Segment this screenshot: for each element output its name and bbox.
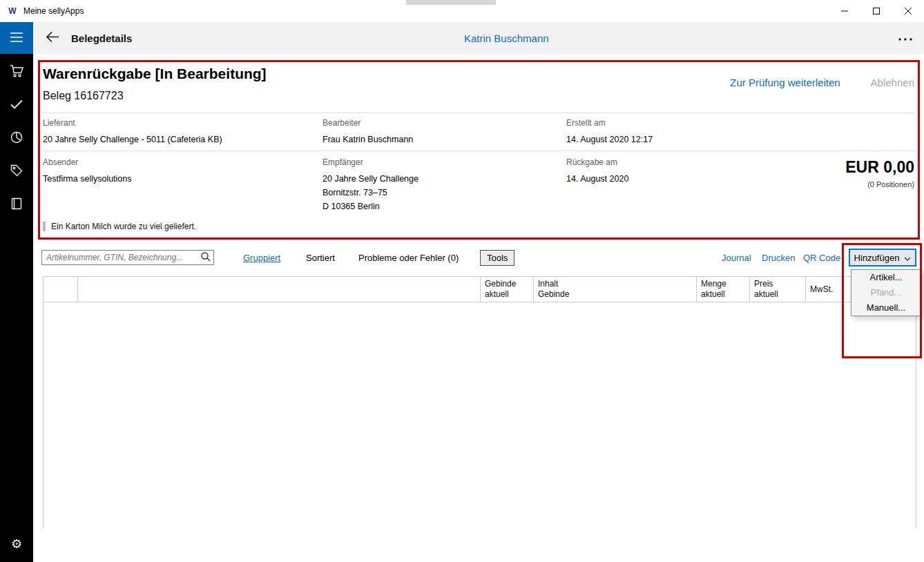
field-value: 20 Jahre Selly Challenge - 5011 (Cafeter… [43, 133, 222, 146]
header-line: Preis [754, 279, 801, 289]
sidebar-item-tasks[interactable] [0, 88, 33, 122]
main-content: Warenrückgabe [In Bearbeitung] Beleg 161… [33, 54, 924, 562]
field-bearbeiter: Bearbeiter Frau Katrin Buschmann [323, 118, 413, 146]
field-rueckgabe-am: Rückgabe am 14. August 2020 [566, 157, 628, 186]
check-icon [10, 99, 23, 111]
cart-icon [10, 65, 23, 79]
address-line: Bornitzstr. 73–75 [323, 186, 418, 200]
back-button[interactable] [42, 31, 63, 45]
document-number: Beleg 16167723 [43, 90, 124, 102]
tag-icon [10, 164, 23, 179]
field-value: Testfirma sellysolutions [43, 172, 132, 186]
more-options-button[interactable] [898, 33, 913, 43]
page-title: Belegdetails [71, 32, 132, 44]
pie-chart-icon [10, 131, 23, 146]
close-button[interactable] [892, 0, 924, 22]
table-header-mwst: MwSt. [806, 277, 857, 302]
app-window: W Meine sellyApps [0, 0, 924, 562]
document-actions: Zur Prüfung weiterleiten Ablehnen [730, 77, 914, 88]
menu-button[interactable] [0, 22, 33, 54]
window-title: Meine sellyApps [23, 6, 84, 16]
hinzufuegen-dropdown-menu: Artikel... Pfand... Manuell... [851, 269, 921, 316]
positions-count: (0 Positionen) [845, 180, 914, 188]
tools-button[interactable]: Tools [480, 250, 514, 266]
forward-for-review-button[interactable]: Zur Prüfung weiterleiten [730, 77, 840, 88]
field-label: Absender [43, 157, 132, 167]
more-icon [898, 33, 913, 43]
document-total: EUR 0,00 (0 Positionen) [845, 158, 914, 188]
header-line: MwSt. [810, 284, 852, 295]
field-label: Empfänger [323, 157, 418, 167]
positions-table: Gebinde aktuell Inhalt Gebinde Menge akt… [43, 276, 916, 528]
table-body-empty [44, 302, 916, 528]
table-header-bezeichnung [78, 277, 481, 302]
sidebar-nav: ⚙ [0, 54, 33, 562]
window-controls [829, 0, 924, 22]
note-marker [43, 222, 46, 231]
table-header-gebinde-aktuell: Gebinde aktuell [481, 277, 534, 302]
search-box [41, 250, 214, 265]
header-line: Gebinde [485, 279, 529, 289]
header-line: aktuell [754, 289, 801, 300]
search-button[interactable] [198, 252, 213, 264]
user-name-link[interactable]: Katrin Buschmann [464, 22, 549, 54]
hinzufuegen-dropdown-button[interactable]: Hinzufügen [849, 249, 916, 267]
tab-sortiert[interactable]: Sortiert [306, 253, 335, 263]
tab-probleme-oder-fehler[interactable]: Probleme oder Fehler (0) [358, 253, 459, 263]
search-input[interactable] [42, 251, 198, 264]
book-icon [11, 197, 22, 212]
address-line: D 10365 Berlin [323, 200, 418, 213]
sidebar-item-labels[interactable] [0, 155, 33, 188]
menu-item-artikel[interactable]: Artikel... [851, 270, 921, 285]
table-header-preis-aktuell: Preis aktuell [750, 277, 806, 302]
field-label: Lieferant [43, 118, 222, 128]
app-header: Belegdetails Katrin Buschmann [0, 22, 924, 54]
minimize-button[interactable] [829, 0, 860, 22]
titlebar: W Meine sellyApps [0, 0, 924, 22]
back-arrow-icon [46, 31, 59, 45]
menu-item-pfand[interactable]: Pfand... [851, 285, 921, 300]
header-line: Gebinde [538, 289, 692, 300]
tab-gruppiert[interactable]: Gruppiert [243, 253, 280, 263]
field-lieferant: Lieferant 20 Jahre Selly Challenge - 501… [43, 118, 222, 146]
menu-icon [10, 32, 23, 44]
field-value: 14. August 2020 12:17 [566, 133, 653, 146]
document-note: Ein Karton Milch wurde zu viel geliefert… [43, 222, 196, 231]
sidebar-item-cart[interactable] [0, 55, 33, 88]
field-label: Erstellt am [566, 118, 653, 128]
table-header-inhalt-gebinde: Inhalt Gebinde [534, 277, 697, 302]
journal-link[interactable]: Journal [722, 253, 751, 263]
search-icon [201, 252, 211, 264]
reject-button[interactable]: Ablehnen [871, 77, 914, 88]
menu-item-manuell[interactable]: Manuell... [851, 300, 921, 316]
sidebar-item-documents[interactable] [0, 188, 33, 221]
header-line: Inhalt [538, 279, 692, 289]
table-header-select [44, 277, 78, 302]
header-line: aktuell [701, 289, 745, 300]
sidebar-item-reports[interactable] [0, 122, 33, 155]
titlebar-overlay-strip [406, 0, 496, 5]
minimize-icon [841, 6, 848, 17]
field-value: 14. August 2020 [566, 172, 628, 186]
field-value: Frau Katrin Buschmann [323, 133, 413, 146]
field-value: 20 Jahre Selly Challenge Bornitzstr. 73–… [323, 172, 418, 213]
field-erstellt-am: Erstellt am 14. August 2020 12:17 [566, 118, 653, 146]
document-title: Warenrückgabe [In Bearbeitung] [43, 66, 267, 82]
header-line: Menge [701, 279, 745, 289]
note-text: Ein Karton Milch wurde zu viel geliefert… [51, 222, 196, 231]
field-label: Rückgabe am [566, 157, 628, 167]
field-empfaenger: Empfänger 20 Jahre Selly Challenge Borni… [323, 157, 418, 213]
total-amount: EUR 0,00 [845, 158, 914, 177]
field-absender: Absender Testfirma sellysolutions [43, 157, 132, 186]
table-header-row: Gebinde aktuell Inhalt Gebinde Menge akt… [44, 277, 916, 302]
qr-code-link[interactable]: QR Code [803, 253, 840, 263]
header-line: aktuell [485, 289, 529, 300]
close-icon [905, 6, 912, 17]
drucken-link[interactable]: Drucken [762, 253, 795, 263]
maximize-button[interactable] [860, 0, 892, 22]
app-logo: W [7, 6, 18, 17]
sidebar-item-settings[interactable]: ⚙ [0, 527, 33, 561]
maximize-icon [873, 6, 880, 17]
divider [43, 113, 914, 113]
field-label: Bearbeiter [323, 118, 413, 128]
